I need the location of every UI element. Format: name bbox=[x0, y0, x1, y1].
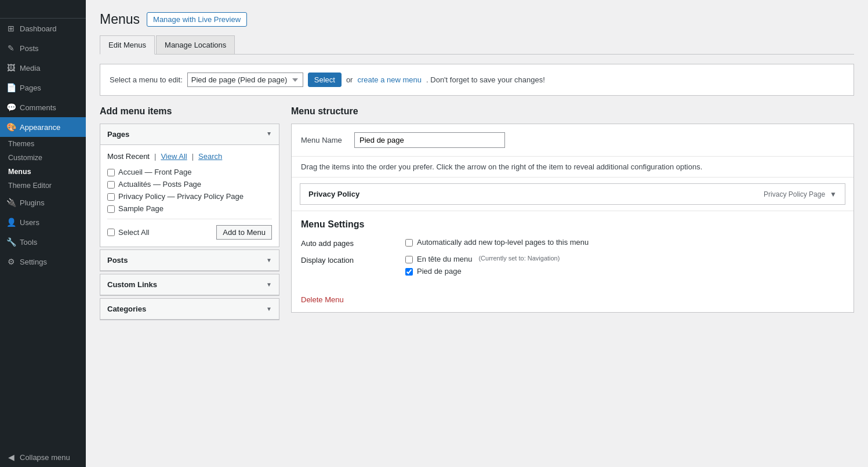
add-menu-items-panel: Add menu items Pages ▲ Most Recent | Vie… bbox=[100, 106, 279, 323]
location-pied-de-page-checkbox[interactable] bbox=[405, 268, 413, 276]
sidebar-item-settings[interactable]: ⚙ Settings bbox=[0, 252, 86, 271]
pages-item-0: Accueil — Front Page bbox=[107, 168, 272, 176]
sidebar-item-label: Media bbox=[20, 64, 40, 73]
menu-name-row: Menu Name bbox=[292, 124, 854, 157]
sidebar-item-customize[interactable]: Customize bbox=[0, 151, 86, 165]
pages-item-label-3: Sample Page bbox=[118, 204, 164, 213]
categories-accordion: Categories ▼ bbox=[100, 298, 279, 320]
tools-icon: 🔧 bbox=[6, 237, 16, 247]
select-all-label: Select All bbox=[107, 228, 149, 237]
display-location-row: Display location En tête du menu (Curren… bbox=[301, 255, 844, 276]
menu-item-expand-arrow[interactable]: ▼ bbox=[830, 190, 837, 198]
custom-links-accordion-arrow: ▼ bbox=[266, 281, 272, 288]
pages-item-label-0: Accueil — Front Page bbox=[118, 168, 191, 176]
delete-menu-link[interactable]: Delete Menu bbox=[301, 295, 344, 304]
sidebar-collapse-menu[interactable]: ◀ Collapse menu bbox=[0, 447, 86, 467]
sidebar-item-media[interactable]: 🖼 Media bbox=[0, 58, 86, 78]
tab-most-recent[interactable]: Most Recent bbox=[107, 152, 150, 161]
dashboard-icon: ⊞ bbox=[6, 23, 16, 34]
menu-name-input[interactable] bbox=[354, 132, 505, 148]
sidebar-item-theme-editor[interactable]: Theme Editor bbox=[0, 179, 86, 193]
page-title: Menus bbox=[100, 12, 140, 27]
custom-links-accordion-title: Custom Links bbox=[107, 280, 157, 289]
sidebar-item-plugins[interactable]: 🔌 Plugins bbox=[0, 193, 86, 212]
location-entete: En tête du menu (Currently set to: Navig… bbox=[405, 255, 560, 263]
pages-item-label-1: Actualités — Posts Page bbox=[118, 180, 201, 189]
theme-editor-label: Theme Editor bbox=[8, 182, 52, 190]
sidebar-item-label: Comments bbox=[20, 103, 56, 112]
tab-search[interactable]: Search bbox=[198, 152, 222, 161]
posts-accordion-arrow: ▼ bbox=[266, 257, 272, 263]
sidebar: ⊞ Dashboard ✎ Posts 🖼 Media 📄 Pages 💬 Co… bbox=[0, 0, 86, 467]
categories-accordion-title: Categories bbox=[107, 305, 146, 313]
save-reminder-text: . Don't forget to save your changes! bbox=[426, 75, 545, 84]
menu-item-right: Privacy Policy Page ▼ bbox=[764, 190, 837, 198]
plugins-icon: 🔌 bbox=[6, 197, 16, 208]
tab-view-all[interactable]: View All bbox=[161, 152, 187, 161]
posts-accordion: Posts ▼ bbox=[100, 249, 279, 271]
pages-accordion: Pages ▲ Most Recent | View All | Search bbox=[100, 124, 279, 247]
pages-checkbox-3[interactable] bbox=[107, 205, 115, 213]
categories-accordion-arrow: ▼ bbox=[266, 306, 272, 312]
menu-structure-container: Menu Name Drag the items into the order … bbox=[291, 124, 854, 313]
sidebar-item-comments[interactable]: 💬 Comments bbox=[0, 97, 86, 117]
posts-accordion-header[interactable]: Posts ▼ bbox=[100, 250, 279, 271]
collapse-icon: ◀ bbox=[6, 452, 16, 462]
menu-structure-panel: Menu structure Menu Name Drag the items … bbox=[291, 106, 854, 313]
menu-item-privacy-policy[interactable]: Privacy Policy Privacy Policy Page ▼ bbox=[300, 183, 845, 205]
add-menu-items-title: Add menu items bbox=[100, 106, 279, 117]
display-location-options: En tête du menu (Currently set to: Navig… bbox=[405, 255, 560, 276]
themes-label: Themes bbox=[8, 140, 34, 148]
tab-manage-locations[interactable]: Manage Locations bbox=[156, 35, 235, 54]
location-pied-de-page-label: Pied de page bbox=[417, 267, 462, 276]
pages-checkbox-2[interactable] bbox=[107, 193, 115, 201]
add-to-menu-button[interactable]: Add to Menu bbox=[216, 225, 272, 240]
menu-structure-title: Menu structure bbox=[291, 106, 854, 117]
sidebar-item-label: Settings bbox=[20, 258, 47, 266]
menu-item-label: Privacy Policy bbox=[308, 190, 359, 198]
pages-accordion-header[interactable]: Pages ▲ bbox=[100, 124, 279, 145]
sidebar-item-pages[interactable]: 📄 Pages bbox=[0, 78, 86, 97]
sidebar-item-users[interactable]: 👤 Users bbox=[0, 212, 86, 232]
tab-edit-menus[interactable]: Edit Menus bbox=[100, 35, 155, 55]
pages-checkbox-1[interactable] bbox=[107, 181, 115, 189]
menu-select-dropdown[interactable]: Pied de page (Pied de page) bbox=[187, 73, 303, 87]
sidebar-item-label: Pages bbox=[20, 84, 41, 92]
menu-item-type: Privacy Policy Page bbox=[764, 190, 825, 198]
page-header: Menus Manage with Live Preview bbox=[100, 12, 854, 27]
manage-live-preview-button[interactable]: Manage with Live Preview bbox=[147, 12, 247, 27]
media-icon: 🖼 bbox=[6, 63, 16, 73]
pages-item-3: Sample Page bbox=[107, 204, 272, 213]
sidebar-item-dashboard[interactable]: ⊞ Dashboard bbox=[0, 19, 86, 38]
or-text: or bbox=[346, 75, 353, 84]
pages-accordion-title: Pages bbox=[107, 130, 129, 139]
select-all-checkbox[interactable] bbox=[107, 229, 115, 236]
auto-add-pages-row: Auto add pages Automatically add new top… bbox=[301, 238, 844, 248]
appearance-icon: 🎨 bbox=[6, 122, 16, 132]
customize-label: Customize bbox=[8, 154, 42, 162]
menu-settings-title: Menu Settings bbox=[301, 219, 844, 230]
custom-links-accordion-header[interactable]: Custom Links ▼ bbox=[100, 274, 279, 295]
location-entete-checkbox[interactable] bbox=[405, 256, 413, 263]
create-new-menu-link[interactable]: create a new menu bbox=[357, 75, 422, 84]
sidebar-item-label: Posts bbox=[20, 44, 39, 53]
auto-add-pages-option: Automatically add new top-level pages to… bbox=[405, 238, 589, 247]
location-pied-de-page: Pied de page bbox=[405, 267, 560, 276]
pages-accordion-arrow: ▲ bbox=[266, 131, 272, 137]
categories-accordion-header[interactable]: Categories ▼ bbox=[100, 299, 279, 320]
sidebar-item-appearance[interactable]: 🎨 Appearance bbox=[0, 117, 86, 137]
pages-checkbox-0[interactable] bbox=[107, 169, 115, 176]
sidebar-item-label: Tools bbox=[20, 238, 37, 247]
select-button[interactable]: Select bbox=[308, 73, 342, 87]
pages-item-label-2: Privacy Policy — Privacy Policy Page bbox=[118, 192, 244, 201]
pages-item-1: Actualités — Posts Page bbox=[107, 180, 272, 189]
sidebar-top-bar bbox=[0, 0, 86, 19]
drag-hint: Drag the items into the order you prefer… bbox=[292, 157, 854, 178]
auto-add-pages-checkbox[interactable] bbox=[405, 239, 413, 247]
sidebar-item-posts[interactable]: ✎ Posts bbox=[0, 38, 86, 58]
sidebar-item-menus[interactable]: Menus bbox=[0, 165, 86, 179]
collapse-label: Collapse menu bbox=[20, 453, 70, 462]
sidebar-item-themes[interactable]: Themes bbox=[0, 137, 86, 151]
sidebar-item-tools[interactable]: 🔧 Tools bbox=[0, 232, 86, 252]
sidebar-item-label: Plugins bbox=[20, 198, 45, 207]
